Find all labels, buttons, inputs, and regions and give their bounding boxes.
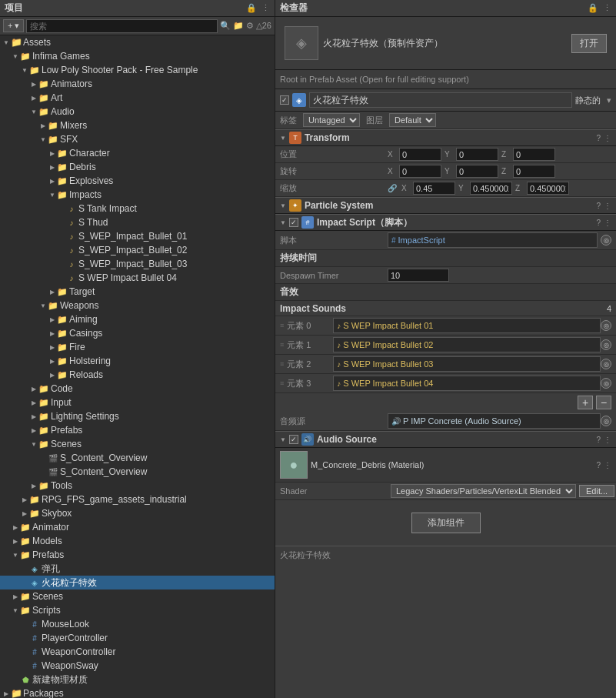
tree-item-s-wep4[interactable]: ♪ S WEP Impact Bullet 04 bbox=[0, 271, 275, 285]
transform-help-icon[interactable]: ? bbox=[596, 134, 601, 142]
tree-item-mixers[interactable]: 📁 Mixers bbox=[0, 119, 275, 132]
drag-handle-1[interactable]: ≡ bbox=[280, 341, 284, 349]
pos-x-input[interactable] bbox=[399, 148, 441, 161]
impact-more-icon[interactable]: ⋮ bbox=[604, 219, 611, 227]
add-element-btn[interactable]: + bbox=[578, 396, 593, 409]
tree-item-scenes-lp[interactable]: 📁 Scenes bbox=[0, 437, 275, 451]
lock-icon[interactable]: 🔒 bbox=[246, 3, 257, 13]
tree-item-infima[interactable]: 📁 Infima Games bbox=[0, 49, 275, 63]
audio-ref-3[interactable]: ♪ S WEP Impact Bullet 04 bbox=[333, 376, 601, 391]
particle-system-header[interactable]: ▼ ✦ Particle System ? ⋮ bbox=[275, 197, 616, 214]
tree-item-tools[interactable]: 📁 Tools bbox=[0, 479, 275, 493]
tree-item-scene1[interactable]: 🎬 S_Content_Overview bbox=[0, 451, 275, 465]
tree-item-holstering[interactable]: 📁 Holstering bbox=[0, 354, 275, 368]
pos-y-input[interactable] bbox=[456, 148, 498, 161]
audio-select-btn-3[interactable]: ◎ bbox=[601, 378, 611, 389]
tree-item-code[interactable]: 📁 Code bbox=[0, 382, 275, 396]
tree-item-weaponsway[interactable]: # WeaponSway bbox=[0, 659, 275, 673]
audio-source-select-btn[interactable]: ◎ bbox=[601, 416, 611, 426]
tree-item-packages[interactable]: 📁 Packages bbox=[0, 686, 275, 698]
sc-z-input[interactable] bbox=[527, 182, 569, 195]
tree-item-character[interactable]: 📁 Character bbox=[0, 146, 275, 160]
tree-item-lighting[interactable]: 📁 Lighting Settings bbox=[0, 409, 275, 423]
tree-item-sfx[interactable]: 📁 SFX bbox=[0, 132, 275, 146]
tree-item-casings[interactable]: 📁 Casings bbox=[0, 326, 275, 340]
settings-icon[interactable]: ⚙ bbox=[246, 21, 254, 31]
impact-script-header[interactable]: ▼ # Impact Script（脚本） ? ⋮ bbox=[275, 214, 616, 231]
tree-item-prefabs-root[interactable]: 📁 Prefabs bbox=[0, 548, 275, 562]
impact-help-icon[interactable]: ? bbox=[596, 219, 601, 227]
object-name-input[interactable] bbox=[309, 92, 572, 108]
audio-select-btn-0[interactable]: ◎ bbox=[601, 320, 611, 331]
tree-item-target[interactable]: 📁 Target bbox=[0, 285, 275, 299]
audio-ref-2[interactable]: ♪ S WEP Impact Bullet 03 bbox=[333, 356, 601, 372]
rot-x-input[interactable] bbox=[399, 165, 441, 178]
layer-select[interactable]: Default bbox=[389, 113, 436, 127]
open-prefab-button[interactable]: 打开 bbox=[571, 34, 607, 53]
tree-item-s-thud[interactable]: ♪ S Thud bbox=[0, 215, 275, 229]
audio-source-active-toggle[interactable] bbox=[289, 435, 298, 444]
transform-more-icon[interactable]: ⋮ bbox=[604, 134, 611, 142]
tree-item-weapons[interactable]: 📁 Weapons bbox=[0, 299, 275, 312]
drag-handle-3[interactable]: ≡ bbox=[280, 379, 284, 387]
audio-source-help-icon[interactable]: ? bbox=[596, 436, 601, 444]
tree-item-animator[interactable]: 📁 Animator bbox=[0, 520, 275, 534]
tree-item-sparks[interactable]: ◈ 火花粒子特效 bbox=[0, 576, 275, 589]
remove-element-btn[interactable]: − bbox=[596, 396, 611, 409]
rot-z-input[interactable] bbox=[513, 165, 555, 178]
tree-item-mouselook[interactable]: # MouseLook bbox=[0, 617, 275, 631]
tree-item-audio[interactable]: 📁 Audio bbox=[0, 105, 275, 119]
tree-item-input[interactable]: 📁 Input bbox=[0, 396, 275, 409]
sc-x-input[interactable] bbox=[413, 182, 455, 195]
tree-item-scene2[interactable]: 🎬 S_Content_Overview bbox=[0, 465, 275, 479]
script-select-btn[interactable]: ◎ bbox=[601, 235, 611, 245]
tree-item-s-wep2[interactable]: ♪ S_WEP_Impact_Bullet_02 bbox=[0, 243, 275, 257]
audio-source-section-header[interactable]: ▼ 🔊 Audio Source ? ⋮ bbox=[275, 431, 616, 448]
audio-ref-1[interactable]: ♪ S WEP Impact Bullet 02 bbox=[333, 337, 601, 352]
tree-item-s-wep3[interactable]: ♪ S_WEP_Impact_Bullet_03 bbox=[0, 257, 275, 271]
script-ref[interactable]: # ImpactScript bbox=[388, 232, 598, 248]
transform-section-header[interactable]: ▼ T Transform ? ⋮ bbox=[275, 129, 616, 146]
more-icon[interactable]: ⋮ bbox=[261, 3, 270, 13]
audio-source-ref[interactable]: 🔊 P IMP Concrete (Audio Source) bbox=[388, 413, 601, 429]
audio-select-btn-2[interactable]: ◎ bbox=[601, 359, 611, 369]
tree-item-rpg[interactable]: 📁 RPG_FPS_game_assets_industrial bbox=[0, 493, 275, 506]
tree-item-explosives[interactable]: 📁 Explosives bbox=[0, 174, 275, 188]
drag-handle-2[interactable]: ≡ bbox=[280, 360, 284, 368]
rot-y-input[interactable] bbox=[456, 165, 498, 178]
search-input[interactable] bbox=[26, 19, 217, 33]
audio-ref-0[interactable]: ♪ S WEP Impact Bullet 01 bbox=[333, 318, 601, 333]
tree-item-s-tank[interactable]: ♪ S Tank Impact bbox=[0, 202, 275, 215]
tree-item-danke[interactable]: ◈ 弹孔 bbox=[0, 562, 275, 576]
tree-item-scenes-root[interactable]: 📁 Scenes bbox=[0, 589, 275, 603]
tree-item-aiming[interactable]: 📁 Aiming bbox=[0, 312, 275, 326]
material-help-icon[interactable]: ? bbox=[596, 461, 601, 469]
tree-item-impacts[interactable]: 📁 Impacts bbox=[0, 188, 275, 202]
sc-y-input[interactable] bbox=[470, 182, 512, 195]
edit-shader-button[interactable]: Edit... bbox=[579, 485, 614, 497]
tree-item-fire[interactable]: 📁 Fire bbox=[0, 340, 275, 354]
despawn-input[interactable] bbox=[388, 269, 449, 282]
audio-select-btn-1[interactable]: ◎ bbox=[601, 339, 611, 350]
more-icon-inspector[interactable]: ⋮ bbox=[603, 3, 611, 13]
tree-item-lowpoly[interactable]: 📁 Low Poly Shooter Pack - Free Sample bbox=[0, 63, 275, 77]
drag-handle-0[interactable]: ≡ bbox=[280, 322, 284, 329]
tree-item-playercontroller[interactable]: # PlayerController bbox=[0, 631, 275, 645]
tree-item-skybox[interactable]: 📁 Skybox bbox=[0, 506, 275, 520]
audio-source-more-icon[interactable]: ⋮ bbox=[604, 436, 611, 444]
tag-select[interactable]: Untagged bbox=[303, 113, 360, 127]
tree-item-prefabs-lp[interactable]: 📁 Prefabs bbox=[0, 423, 275, 437]
add-component-button[interactable]: 添加组件 bbox=[411, 513, 481, 533]
impact-active-toggle[interactable] bbox=[289, 218, 298, 227]
tree-item-s-wep1[interactable]: ♪ S_WEP_Impact_Bullet_01 bbox=[0, 229, 275, 243]
tree-item-reloads[interactable]: 📁 Reloads bbox=[0, 368, 275, 382]
pos-z-input[interactable] bbox=[513, 148, 555, 161]
particle-help-icon[interactable]: ? bbox=[596, 202, 601, 210]
particle-more-icon[interactable]: ⋮ bbox=[604, 202, 611, 210]
lock-icon-inspector[interactable]: 🔒 bbox=[588, 3, 598, 13]
tree-item-assets[interactable]: 📁 Assets bbox=[0, 35, 275, 49]
tree-item-weaponcontroller[interactable]: # WeaponController bbox=[0, 645, 275, 659]
static-dropdown-icon[interactable]: ▾ bbox=[607, 95, 611, 105]
active-toggle[interactable] bbox=[280, 95, 289, 105]
shader-select[interactable]: Legacy Shaders/Particles/VertexLit Blend… bbox=[391, 484, 576, 498]
